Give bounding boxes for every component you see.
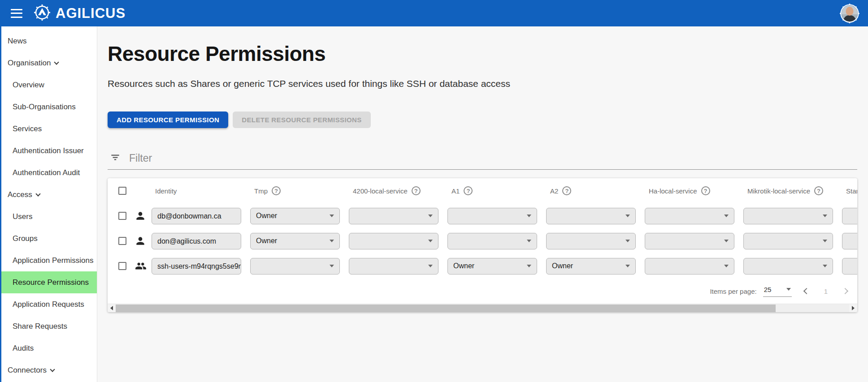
- sidebar-item-label: Connectors: [8, 366, 47, 375]
- filter-list-icon: [109, 151, 121, 165]
- sidebar-item-application-permissions[interactable]: Application Permissions: [0, 249, 97, 271]
- column-label: Ha-local-service: [649, 187, 697, 195]
- filter-input[interactable]: [129, 152, 398, 164]
- sidebar-item-groups[interactable]: Groups: [0, 227, 97, 249]
- permission-select-a1[interactable]: [447, 233, 537, 249]
- permission-select-tmp[interactable]: Owner: [250, 208, 340, 224]
- sidebar-item-services[interactable]: Services: [0, 118, 97, 140]
- column-header-mikrotik-local-service: Mikrotik-local-service?: [743, 186, 842, 195]
- chevron-right-icon[interactable]: [842, 288, 848, 294]
- row-checkbox[interactable]: [118, 212, 126, 220]
- help-icon[interactable]: ?: [814, 186, 823, 195]
- permission-select-mikrotik-local-service[interactable]: [743, 258, 833, 275]
- column-label: Mikrotik-local-service: [747, 187, 810, 195]
- items-per-page-value: 25: [764, 286, 772, 293]
- sidebar-item-overview[interactable]: Overview: [0, 74, 97, 96]
- permission-select-a2[interactable]: Owner: [546, 258, 636, 275]
- identity-input[interactable]: don@agilicus.com: [152, 233, 241, 249]
- sidebar-item-application-requests[interactable]: Application Requests: [0, 293, 97, 315]
- dropdown-caret-icon: [625, 215, 630, 217]
- sidebar-item-sub-organisations[interactable]: Sub-Organisations: [0, 96, 97, 118]
- sidebar-nav: NewsOrganisationOverviewSub-Organisation…: [0, 26, 97, 382]
- column-label: 4200-local-service: [353, 187, 408, 195]
- help-icon[interactable]: ?: [272, 186, 281, 195]
- sidebar-item-label: Access: [8, 190, 32, 199]
- permission-select-starl[interactable]: [842, 258, 857, 275]
- column-header-starl: Starl?: [842, 186, 857, 195]
- sidebar-item-authentication-issuer[interactable]: Authentication Issuer: [0, 140, 97, 162]
- sidebar-item-label: News: [8, 37, 27, 46]
- column-label: Identity: [155, 187, 177, 195]
- permission-select-mikrotik-local-service[interactable]: [743, 233, 833, 249]
- column-header-4200-local-service: 4200-local-service?: [349, 186, 447, 195]
- permission-select-tmp[interactable]: Owner: [250, 233, 340, 249]
- permission-select-tmp[interactable]: [250, 258, 340, 275]
- sidebar-item-users[interactable]: Users: [0, 206, 97, 227]
- column-header-a1: A1?: [447, 186, 546, 195]
- permission-select-starl[interactable]: [842, 208, 857, 224]
- group-icon: [135, 260, 152, 272]
- filter-field[interactable]: [108, 151, 857, 170]
- permission-select-starl[interactable]: [842, 233, 857, 249]
- permission-select-4200-local-service[interactable]: [349, 233, 438, 249]
- permissions-table-card: IdentityTmp?4200-local-service?A1?A2?Ha-…: [108, 178, 857, 312]
- brand-name: AGILICUS: [56, 5, 126, 21]
- sidebar-item-authentication-audit[interactable]: Authentication Audit: [0, 162, 97, 184]
- help-icon[interactable]: ?: [412, 186, 421, 195]
- selected-value: Owner: [453, 262, 474, 270]
- column-header-identity: Identity: [152, 187, 250, 195]
- sidebar-item-audits[interactable]: Audits: [0, 337, 97, 359]
- row-checkbox[interactable]: [118, 237, 126, 245]
- scrollbar-track[interactable]: [116, 304, 849, 313]
- brand[interactable]: AGILICUS: [32, 3, 126, 24]
- add-resource-permission-button[interactable]: ADD RESOURCE PERMISSION: [108, 112, 228, 128]
- permission-select-4200-local-service[interactable]: [349, 258, 438, 275]
- help-icon[interactable]: ?: [464, 186, 473, 195]
- permission-select-a1[interactable]: Owner: [447, 258, 537, 275]
- user-avatar[interactable]: [839, 3, 860, 24]
- sidebar-item-connectors[interactable]: Connectors: [0, 359, 97, 381]
- delete-resource-permissions-button[interactable]: DELETE RESOURCE PERMISSIONS: [233, 112, 371, 128]
- dropdown-caret-icon: [330, 265, 334, 267]
- sidebar-item-resource-permissions[interactable]: Resource Permissions: [0, 271, 97, 293]
- chevron-left-icon[interactable]: [803, 288, 810, 294]
- dropdown-caret-icon: [527, 215, 531, 217]
- chevron-down-icon: [54, 60, 59, 64]
- table-row: db@donbowman.caOwner: [108, 203, 857, 228]
- menu-icon[interactable]: [11, 9, 22, 18]
- identity-input[interactable]: ssh-users-m94rqngs5se9nr4: [152, 258, 241, 275]
- sidebar-item-label: Overview: [13, 81, 44, 90]
- sidebar-item-label: Resource Permissions: [13, 278, 89, 287]
- sidebar-item-news[interactable]: News: [0, 30, 97, 52]
- permission-select-a1[interactable]: [447, 208, 537, 224]
- permission-select-mikrotik-local-service[interactable]: [743, 208, 833, 224]
- page-subtitle: Resources such as Shares or generic TCP …: [108, 78, 857, 89]
- horizontal-scrollbar[interactable]: [108, 304, 857, 312]
- permission-select-ha-local-service[interactable]: [645, 233, 734, 249]
- identity-input[interactable]: db@donbowman.ca: [152, 208, 241, 224]
- permission-select-a2[interactable]: [546, 233, 636, 249]
- select-all-checkbox[interactable]: [118, 187, 126, 195]
- table-header-row: IdentityTmp?4200-local-service?A1?A2?Ha-…: [108, 178, 857, 203]
- permission-select-a2[interactable]: [546, 208, 636, 224]
- dropdown-caret-icon: [428, 265, 433, 267]
- scroll-left-arrow-icon[interactable]: [108, 304, 116, 313]
- sidebar-item-access[interactable]: Access: [0, 184, 97, 206]
- help-icon[interactable]: ?: [562, 186, 571, 195]
- scrollbar-thumb[interactable]: [116, 305, 776, 312]
- permission-select-ha-local-service[interactable]: [645, 258, 734, 275]
- scroll-right-arrow-icon[interactable]: [849, 304, 857, 313]
- items-per-page-select[interactable]: 25: [763, 286, 792, 297]
- help-icon[interactable]: ?: [701, 186, 710, 195]
- permission-select-4200-local-service[interactable]: [349, 208, 438, 224]
- dropdown-caret-icon: [330, 240, 334, 242]
- sidebar-item-share-requests[interactable]: Share Requests: [0, 315, 97, 337]
- permission-select-ha-local-service[interactable]: [645, 208, 734, 224]
- dropdown-caret-icon: [823, 265, 827, 267]
- column-header-tmp: Tmp?: [250, 186, 349, 195]
- sidebar-item-organisation[interactable]: Organisation: [0, 52, 97, 74]
- dropdown-caret-icon: [724, 240, 729, 242]
- paginator: Items per page: 25 1: [108, 279, 857, 304]
- row-checkbox[interactable]: [118, 262, 126, 270]
- dropdown-caret-icon: [823, 240, 827, 242]
